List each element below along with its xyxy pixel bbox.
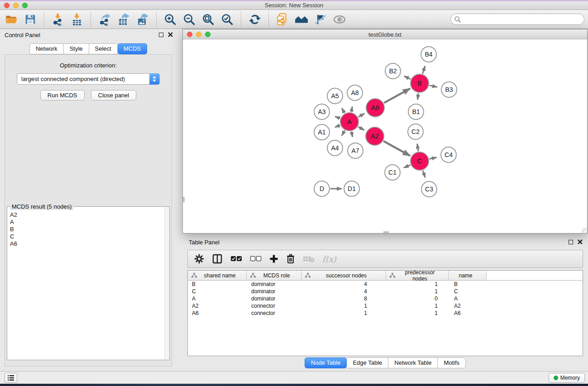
edge-A-A7[interactable] — [351, 132, 352, 137]
table-row[interactable]: Cdominator41C — [188, 288, 583, 295]
edge-C-C2[interactable] — [417, 144, 418, 152]
edge-A6-B[interactable] — [384, 89, 410, 103]
edge-B-B4[interactable] — [423, 66, 425, 74]
edge-B-B1[interactable] — [417, 93, 418, 100]
table-cell[interactable]: 4 — [301, 281, 386, 288]
close-panel-icon[interactable] — [168, 32, 173, 37]
table-cell[interactable]: A6 — [188, 310, 247, 317]
edge-A-A6[interactable] — [358, 114, 364, 117]
export-image-button[interactable] — [135, 12, 150, 27]
table-cell[interactable]: connector — [247, 302, 301, 310]
zoom-fit-button[interactable] — [201, 12, 216, 27]
table-cell[interactable]: A6 — [449, 310, 487, 317]
hide-annotations-button[interactable] — [313, 12, 328, 27]
tab-network[interactable]: Network — [29, 43, 64, 54]
tab-network-table[interactable]: Network Table — [388, 357, 438, 368]
apply-layout-button[interactable] — [247, 12, 263, 27]
table-cell[interactable]: A2 — [449, 302, 487, 310]
edge-A-A8[interactable] — [351, 107, 352, 112]
column-header-successor-nodes[interactable]: successor nodes — [301, 271, 386, 280]
table-cell[interactable]: 1 — [386, 281, 449, 288]
column-header-shared-name[interactable]: shared name — [188, 271, 247, 280]
tab-edge-table[interactable]: Edge Table — [347, 357, 388, 368]
table-cell[interactable]: dominator — [247, 295, 301, 302]
open-session-button[interactable] — [4, 12, 19, 27]
close-panel-button[interactable]: Close panel — [91, 90, 137, 100]
table-row[interactable]: Adominator80A — [188, 295, 583, 302]
zoom-out-button[interactable] — [182, 12, 197, 27]
mcds-result-item[interactable]: A2 — [8, 211, 164, 219]
table-cell[interactable]: 1 — [386, 302, 449, 310]
show-graphics-details-button[interactable] — [332, 12, 347, 27]
table-cell[interactable]: 0 — [386, 295, 449, 302]
table-cell[interactable]: dominator — [247, 288, 301, 295]
network-canvas[interactable]: B4B2BB3B1A5A8A6A3AA1A2C2A4A7CC4C1C3DD1 — [183, 39, 587, 233]
edge-A-A1[interactable] — [335, 125, 340, 127]
mcds-result-item[interactable]: A6 — [8, 240, 164, 248]
network-window-titlebar[interactable]: testGlobe.txt — [183, 29, 587, 39]
first-neighbors-button[interactable] — [294, 12, 309, 27]
mcds-result-item[interactable]: B — [8, 226, 164, 233]
table-row[interactable]: A2connector11A2 — [188, 302, 583, 310]
tab-motifs[interactable]: Motifs — [438, 357, 466, 368]
mcds-result-scrollbar[interactable] — [164, 207, 169, 359]
table-cell[interactable]: C — [449, 288, 487, 295]
table-settings-gear-icon[interactable] — [194, 254, 204, 264]
edge-A-A5[interactable] — [342, 108, 344, 113]
import-network-button[interactable] — [50, 12, 66, 27]
search-input[interactable] — [450, 14, 584, 25]
table-cell[interactable]: 4 — [301, 288, 386, 295]
float-panel-icon[interactable] — [159, 33, 163, 37]
table-cell[interactable]: 8 — [301, 295, 386, 302]
edge-A-A3[interactable] — [335, 117, 340, 119]
table-cell[interactable]: A — [188, 295, 247, 302]
table-cell[interactable]: 1 — [386, 310, 449, 317]
table-cell[interactable]: 1 — [301, 302, 386, 310]
clear-selection-icon[interactable] — [250, 256, 262, 262]
table-cell[interactable]: 1 — [386, 288, 449, 295]
function-builder-button[interactable]: f(x) — [322, 254, 336, 264]
edge-A-A2[interactable] — [358, 127, 364, 130]
delete-column-trash-icon[interactable] — [286, 254, 295, 264]
float-panel-icon[interactable] — [569, 240, 573, 244]
table-row[interactable]: Bdominator41B — [188, 281, 583, 288]
tab-node-table[interactable]: Node Table — [305, 357, 347, 368]
column-header-predecessor-nodes[interactable]: predecessor nodes — [386, 271, 449, 280]
table-cell[interactable]: dominator — [247, 281, 301, 288]
edge-B-B3[interactable] — [430, 86, 437, 87]
delete-table-icon[interactable] — [303, 255, 315, 262]
column-header-name[interactable]: name — [449, 271, 487, 280]
table-cell[interactable]: B — [449, 281, 487, 288]
table-cell[interactable]: B — [188, 281, 247, 288]
memory-button[interactable]: Memory — [549, 373, 585, 383]
export-table-button[interactable] — [116, 12, 131, 27]
tab-mcds[interactable]: MCDS — [118, 43, 147, 54]
table-cell[interactable]: connector — [247, 310, 301, 317]
add-column-icon[interactable] — [269, 254, 278, 263]
save-session-button[interactable] — [23, 12, 38, 27]
edge-C-C3[interactable] — [423, 171, 425, 178]
network-hscroll-thumb[interactable] — [383, 231, 389, 233]
run-mcds-button[interactable]: Run MCDS — [40, 90, 85, 100]
export-network-button[interactable] — [97, 12, 112, 27]
edge-A2-C[interactable] — [383, 141, 410, 156]
edge-C-C1[interactable] — [404, 165, 411, 168]
table-cell[interactable]: C — [188, 288, 247, 295]
edge-A-A4[interactable] — [342, 130, 344, 136]
tab-select[interactable]: Select — [89, 43, 118, 54]
column-header-MCDS-role[interactable]: MCDS role — [247, 271, 301, 280]
edge-C-C4[interactable] — [430, 157, 437, 159]
table-cell[interactable]: A — [449, 295, 487, 302]
table-cell[interactable]: A2 — [188, 302, 247, 310]
select-all-icon[interactable] — [230, 256, 242, 262]
edge-B-B2[interactable] — [404, 76, 411, 79]
close-panel-icon[interactable] — [578, 239, 583, 244]
show-columns-icon[interactable] — [212, 253, 223, 264]
network-resize-grip[interactable] — [582, 228, 587, 233]
table-cell[interactable]: 1 — [301, 310, 386, 317]
criterion-select[interactable]: largest connected component (directed) — [17, 73, 160, 85]
clone-network-button[interactable] — [275, 12, 290, 27]
tab-style[interactable]: Style — [64, 43, 89, 54]
zoom-in-button[interactable] — [163, 12, 178, 27]
mcds-result-item[interactable]: A — [8, 219, 164, 226]
